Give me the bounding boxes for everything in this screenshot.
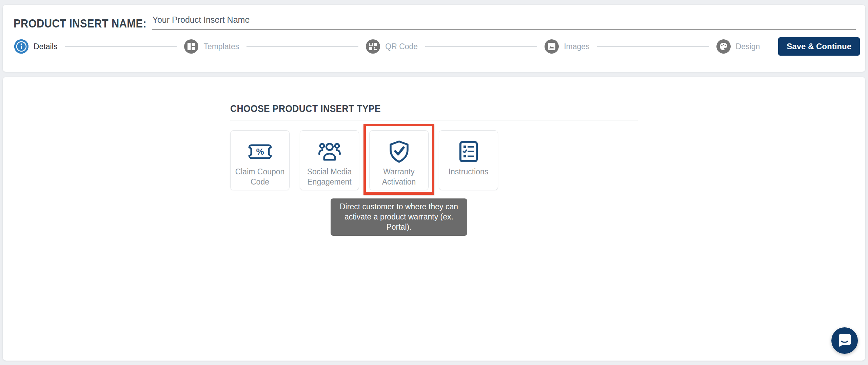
design-icon — [716, 39, 731, 54]
qr-code-icon — [366, 39, 380, 54]
wizard-stepper: Details Templates — [14, 37, 860, 56]
product-insert-name-input[interactable] — [152, 14, 856, 30]
type-card-claim-coupon-code[interactable]: % Claim Coupon Code — [230, 130, 290, 190]
templates-icon — [184, 39, 198, 54]
step-qr-code-label: QR Code — [385, 42, 418, 51]
type-card-label: Instructions — [447, 167, 491, 177]
choose-type-section: CHOOSE PRODUCT INSERT TYPE % Claim Coupo… — [230, 77, 638, 190]
step-details[interactable]: Details — [14, 39, 57, 54]
product-insert-name-label: PRODUCT INSERT NAME: — [14, 17, 146, 30]
svg-text:%: % — [256, 147, 264, 157]
type-card-label: Warranty Activation — [370, 167, 428, 187]
stepper-connector — [597, 46, 709, 47]
type-card-warranty-activation[interactable]: Warranty Activation — [369, 130, 429, 190]
step-templates-label: Templates — [203, 42, 239, 51]
chat-bubble-icon — [838, 333, 851, 348]
product-insert-name-row: PRODUCT INSERT NAME: — [14, 14, 860, 30]
heading-divider — [230, 120, 638, 120]
chat-launcher-button[interactable] — [831, 327, 858, 354]
stepper-connector — [246, 46, 358, 47]
info-icon — [14, 39, 28, 54]
header-bar: PRODUCT INSERT NAME: Details — [3, 5, 865, 72]
save-continue-button[interactable]: Save & Continue — [778, 37, 860, 56]
instructions-list-icon — [459, 139, 478, 164]
step-images-label: Images — [564, 42, 589, 51]
step-design-label: Design — [736, 42, 760, 51]
step-qr-code[interactable]: QR Code — [366, 39, 418, 54]
social-media-users-icon — [318, 139, 341, 164]
type-card-label: Claim Coupon Code — [231, 167, 289, 187]
step-templates[interactable]: Templates — [184, 39, 239, 54]
images-icon — [545, 39, 559, 54]
coupon-ticket-icon: % — [248, 139, 272, 164]
warranty-tooltip: Direct customer to where they can activa… — [331, 198, 467, 236]
step-details-label: Details — [34, 42, 57, 51]
stepper-connector — [65, 46, 177, 47]
warranty-shield-icon — [389, 139, 410, 164]
insert-type-options: % Claim Coupon Code — [230, 130, 638, 190]
step-images[interactable]: Images — [545, 39, 589, 54]
choose-type-heading: CHOOSE PRODUCT INSERT TYPE — [230, 103, 589, 114]
type-card-label: Social Media Engagement — [300, 167, 359, 187]
stepper-connector — [425, 46, 537, 47]
warranty-tooltip-text: Direct customer to where they can activa… — [339, 202, 458, 232]
type-card-social-media-engagement[interactable]: Social Media Engagement — [300, 130, 359, 190]
type-card-instructions[interactable]: Instructions — [439, 130, 498, 190]
step-design[interactable]: Design — [716, 39, 760, 54]
details-step-panel: CHOOSE PRODUCT INSERT TYPE % Claim Coupo… — [3, 77, 865, 361]
highlighted-card-wrap: Warranty Activation — [369, 130, 439, 190]
